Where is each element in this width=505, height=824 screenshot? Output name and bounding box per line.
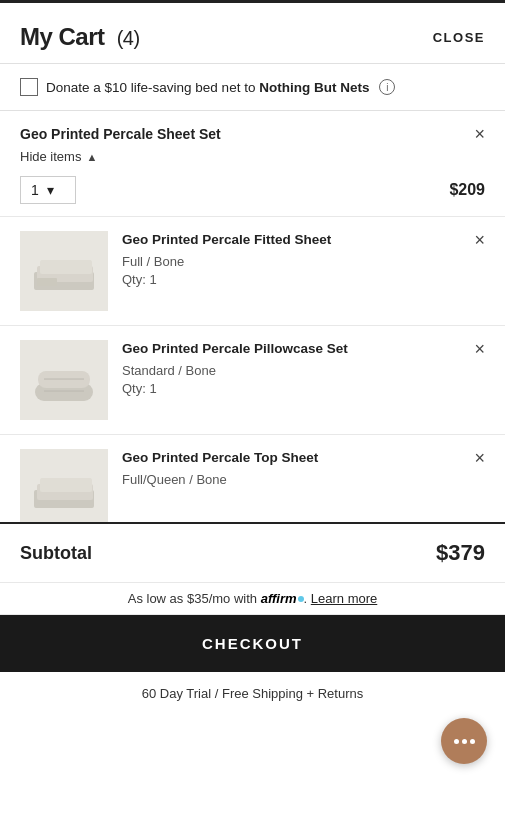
qty-price-row: 1 ▾ $209 xyxy=(0,172,505,216)
item-variant-1: Full / Bone xyxy=(122,254,460,269)
item-details-1: Geo Printed Percale Fitted Sheet Full / … xyxy=(122,231,460,287)
checkout-button[interactable]: CHECKOUT xyxy=(0,615,505,672)
item-remove-button-3[interactable]: × xyxy=(474,449,485,467)
donation-row: Donate a $10 life-saving bed net to Noth… xyxy=(0,64,505,111)
item-image-2 xyxy=(20,340,108,420)
donation-text: Donate a $10 life-saving bed net to Noth… xyxy=(46,80,369,95)
bundle-title: Geo Printed Percale Sheet Set xyxy=(20,126,221,142)
cart-title-text: My Cart xyxy=(20,23,105,50)
donation-checkbox[interactable] xyxy=(20,78,38,96)
cart-item-2: Geo Printed Percale Pillowcase Set Stand… xyxy=(0,325,505,434)
cart-item-3: Geo Printed Percale Top Sheet Full/Queen… xyxy=(0,434,505,522)
hide-items-label: Hide items xyxy=(20,149,81,164)
bundle-header: Geo Printed Percale Sheet Set × xyxy=(0,111,505,147)
cart-count: (4) xyxy=(117,27,140,49)
learn-more-link[interactable]: Learn more xyxy=(311,591,377,606)
item-qty-2: Qty: 1 xyxy=(122,381,460,396)
svg-rect-2 xyxy=(40,260,92,274)
cart-title: My Cart (4) xyxy=(20,23,140,51)
affirm-logo: affirm xyxy=(261,591,304,606)
item-name-1: Geo Printed Percale Fitted Sheet xyxy=(122,231,460,250)
item-image-3 xyxy=(20,449,108,522)
subtotal-amount: $379 xyxy=(436,540,485,566)
item-remove-button-1[interactable]: × xyxy=(474,231,485,249)
item-variant-2: Standard / Bone xyxy=(122,363,460,378)
item-details-2: Geo Printed Percale Pillowcase Set Stand… xyxy=(122,340,460,396)
close-button[interactable]: CLOSE xyxy=(433,30,485,45)
svg-rect-10 xyxy=(40,478,92,492)
quantity-selector[interactable]: 1 ▾ xyxy=(20,176,76,204)
item-details-3: Geo Printed Percale Top Sheet Full/Queen… xyxy=(122,449,460,490)
bundle-remove-button[interactable]: × xyxy=(474,125,485,143)
item-variant-3: Full/Queen / Bone xyxy=(122,472,460,487)
item-name-3: Geo Printed Percale Top Sheet xyxy=(122,449,460,468)
chat-bubble-button[interactable] xyxy=(441,718,487,764)
item-remove-button-2[interactable]: × xyxy=(474,340,485,358)
cart-header: My Cart (4) CLOSE xyxy=(0,3,505,64)
quantity-value: 1 xyxy=(31,182,39,198)
subtotal-row: Subtotal $379 xyxy=(0,522,505,582)
hide-items-toggle[interactable]: Hide items ▲ xyxy=(0,147,505,172)
svg-rect-3 xyxy=(37,278,57,286)
cart-item-1: Geo Printed Percale Fitted Sheet Full / … xyxy=(0,216,505,325)
bundle-section: Geo Printed Percale Sheet Set × Hide ite… xyxy=(0,111,505,522)
item-qty-1: Qty: 1 xyxy=(122,272,460,287)
chevron-down-icon: ▾ xyxy=(47,182,54,198)
chevron-up-icon: ▲ xyxy=(86,151,97,163)
chat-dots-icon xyxy=(454,739,475,744)
item-name-2: Geo Printed Percale Pillowcase Set xyxy=(122,340,460,359)
donation-info-icon[interactable]: i xyxy=(379,79,395,95)
affirm-row: As low as $35/mo with affirm. Learn more xyxy=(0,582,505,615)
subtotal-label: Subtotal xyxy=(20,543,92,564)
affirm-text: As low as $35/mo with xyxy=(128,591,261,606)
item-image-1 xyxy=(20,231,108,311)
bundle-price: $209 xyxy=(449,181,485,199)
footer-text: 60 Day Trial / Free Shipping + Returns xyxy=(0,672,505,715)
